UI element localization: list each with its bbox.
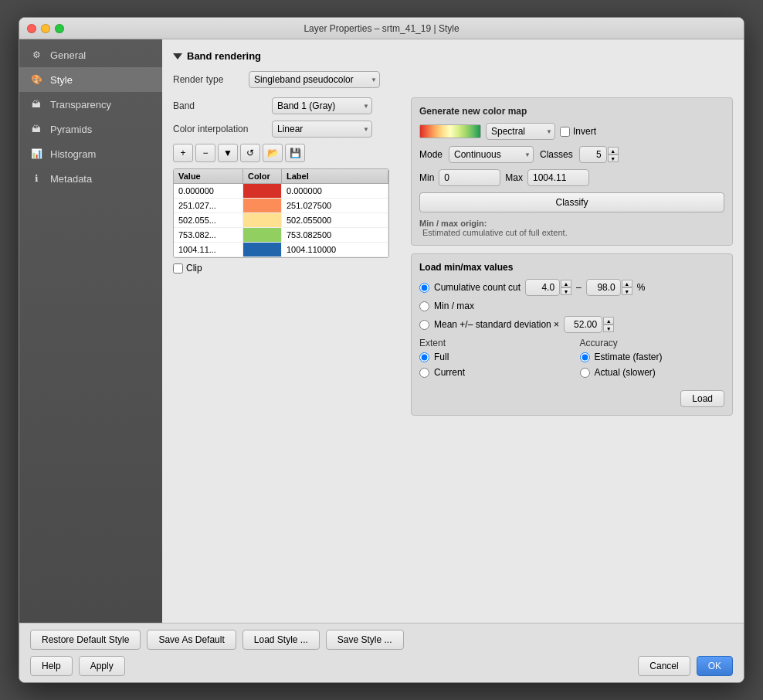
color-table-header: Value Color Label — [174, 169, 388, 184]
save-file-button[interactable]: 💾 — [285, 144, 305, 162]
table-row[interactable]: 1004.11... 1004.110000 — [174, 243, 388, 257]
table-row[interactable]: 753.082... 753.082500 — [174, 228, 388, 243]
cum-max-down-arrow[interactable]: ▼ — [622, 287, 632, 295]
ok-button[interactable]: OK — [697, 656, 733, 676]
min-input[interactable] — [439, 169, 500, 186]
arrow-down-button[interactable]: ▼ — [218, 144, 238, 162]
color-swatch — [243, 184, 282, 198]
color-ramp-swatch[interactable] — [419, 124, 481, 138]
extent-title: Extent — [419, 338, 565, 348]
cumulative-radio[interactable] — [419, 283, 429, 293]
load-button[interactable]: Load — [680, 390, 724, 407]
mode-row: Mode Continuous Equal Interval Quantile … — [419, 146, 724, 163]
actual-radio[interactable] — [580, 368, 590, 378]
color-interp-label: Color interpolation — [173, 124, 266, 134]
footer-top-row: Restore Default Style Save As Default Lo… — [30, 630, 733, 650]
accuracy-title: Accuracy — [580, 338, 725, 348]
mean-spinbox: ▲ ▼ — [564, 316, 614, 333]
mode-select[interactable]: Continuous Equal Interval Quantile — [449, 146, 534, 163]
close-button[interactable] — [27, 24, 36, 33]
load-btn-container: Load — [419, 390, 724, 407]
dash-label: – — [576, 282, 582, 293]
generate-colormap-title: Generate new color map — [419, 106, 724, 117]
sidebar-label-general: General — [50, 49, 86, 61]
max-input[interactable] — [527, 169, 589, 186]
traffic-lights — [27, 24, 64, 33]
cum-max-spin-arrows: ▲ ▼ — [622, 280, 632, 295]
load-style-button[interactable]: Load Style ... — [242, 630, 320, 650]
cum-min-down-arrow[interactable]: ▼ — [561, 287, 571, 295]
sidebar-label-transparency: Transparency — [50, 99, 111, 110]
cumulative-min-spinbox: ▲ ▼ — [525, 279, 571, 296]
refresh-button[interactable]: ↺ — [240, 144, 260, 162]
color-ramp-row: Spectral ▼ Invert — [419, 123, 724, 140]
cell-value: 753.082... — [174, 228, 243, 242]
apply-button[interactable]: Apply — [79, 656, 125, 676]
table-row[interactable]: 0.000000 0.000000 — [174, 184, 388, 199]
render-type-label: Render type — [173, 74, 242, 85]
mode-wrapper: Continuous Equal Interval Quantile ▼ — [449, 146, 534, 163]
classes-up-arrow[interactable]: ▲ — [608, 147, 619, 155]
mean-radio[interactable] — [419, 320, 429, 330]
classes-input[interactable] — [579, 146, 607, 163]
current-radio[interactable] — [419, 368, 429, 378]
add-row-button[interactable]: + — [173, 144, 193, 162]
help-button[interactable]: Help — [30, 656, 73, 676]
load-file-button[interactable]: 📂 — [263, 144, 283, 162]
maximize-button[interactable] — [55, 24, 64, 33]
origin-label: Min / max origin: — [419, 219, 724, 228]
classes-label: Classes — [540, 149, 573, 160]
invert-label: Invert — [573, 126, 596, 137]
mode-label: Mode — [419, 149, 443, 160]
cum-max-up-arrow[interactable]: ▲ — [622, 280, 632, 287]
cancel-button[interactable]: Cancel — [638, 656, 690, 676]
sidebar-item-transparency[interactable]: 🏔 Transparency — [19, 92, 162, 117]
load-minmax-box: Load min/max values Cumulative count cut… — [411, 253, 733, 416]
color-interp-select[interactable]: Linear Discrete Exact — [272, 121, 372, 138]
origin-sub: Estimated cumulative cut of full extent. — [419, 228, 724, 237]
classify-button[interactable]: Classify — [419, 192, 724, 212]
estimate-radio[interactable] — [580, 352, 590, 362]
band-select[interactable]: Band 1 (Gray) — [272, 97, 372, 114]
sidebar-item-general[interactable]: ⚙ General — [19, 42, 162, 67]
sidebar-item-histogram[interactable]: 📊 Histogram — [19, 141, 162, 166]
remove-row-button[interactable]: − — [195, 144, 215, 162]
color-interp-row: Color interpolation Linear Discrete Exac… — [173, 121, 389, 138]
restore-default-style-button[interactable]: Restore Default Style — [30, 630, 141, 650]
clip-checkbox[interactable] — [173, 263, 183, 274]
mean-up-arrow[interactable]: ▲ — [603, 317, 614, 325]
invert-checkbox[interactable] — [560, 127, 570, 137]
transparency-icon: 🏔 — [29, 97, 44, 112]
current-label: Current — [434, 367, 465, 378]
classes-down-arrow[interactable]: ▼ — [608, 155, 619, 162]
cum-min-up-arrow[interactable]: ▲ — [561, 280, 571, 287]
percent-label: % — [637, 282, 646, 293]
minimize-button[interactable] — [41, 24, 50, 33]
sidebar-item-metadata[interactable]: ℹ Metadata — [19, 166, 162, 191]
ramp-name-select[interactable]: Spectral — [486, 123, 555, 140]
render-type-select[interactable]: Singleband pseudocolor — [249, 71, 380, 88]
cumulative-min-input[interactable] — [525, 279, 560, 296]
full-radio[interactable] — [419, 352, 429, 362]
table-row[interactable]: 251.027... 251.027500 — [174, 199, 388, 213]
mean-down-arrow[interactable]: ▼ — [603, 325, 614, 332]
cell-value: 0.000000 — [174, 184, 243, 198]
cell-label: 251.027500 — [282, 199, 388, 212]
actual-row: Actual (slower) — [580, 367, 725, 378]
save-as-default-button[interactable]: Save As Default — [147, 630, 236, 650]
table-row[interactable]: 502.055... 502.055000 — [174, 213, 388, 228]
cell-value: 502.055... — [174, 213, 243, 227]
minmax-radio[interactable] — [419, 301, 429, 311]
col-label: Label — [282, 169, 388, 183]
save-style-button[interactable]: Save Style ... — [326, 630, 404, 650]
general-icon: ⚙ — [29, 47, 44, 63]
sidebar-item-style[interactable]: 🎨 Style — [19, 67, 162, 92]
cumulative-max-input[interactable] — [586, 279, 621, 296]
mean-input[interactable] — [564, 316, 602, 333]
invert-row: Invert — [560, 126, 596, 137]
toolbar-buttons: + − ▼ ↺ 📂 💾 — [173, 144, 389, 162]
extent-accuracy-row: Extent Full Current — [419, 338, 724, 382]
sidebar-item-pyramids[interactable]: 🏔 Pyramids — [19, 117, 162, 141]
accuracy-col: Accuracy Estimate (faster) Actual (slowe… — [580, 338, 725, 382]
generate-colormap-box: Generate new color map Spectral ▼ — [411, 97, 733, 246]
